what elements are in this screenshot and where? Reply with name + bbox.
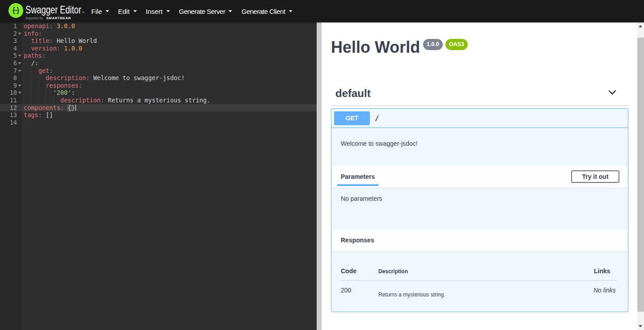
get-operation-block: GET / Welcome to swagger-jsdoc! Paramete… (331, 108, 628, 312)
chevron-down-icon[interactable] (608, 90, 616, 95)
indent-guide (46, 97, 46, 104)
token-colon: : (42, 52, 46, 59)
api-title-text: Hello World (331, 38, 420, 56)
token-colon: : (79, 82, 82, 89)
code-line-12: components: {} (0, 104, 317, 112)
token-key: openapi (24, 22, 49, 30)
responses-table-header-links: Links (594, 267, 610, 275)
caret-down-icon (133, 10, 137, 12)
code-line-7: get: (0, 67, 317, 75)
token-colon: : (38, 30, 42, 37)
code-line-6: /: (0, 59, 317, 67)
parameters-tab[interactable]: Parameters (341, 173, 375, 180)
code-line-10: '200': (0, 89, 317, 97)
pane-splitter[interactable] (317, 22, 322, 330)
token-key: responses (46, 82, 79, 89)
code-line-9: responses: (0, 82, 317, 89)
token-plain (24, 74, 46, 81)
topbar: Swagger Editor™ Supported by SMARTBEAR F… (0, 0, 644, 22)
response-code: 200 (341, 287, 351, 294)
menu-edit[interactable]: Edit (113, 0, 142, 22)
indent-guide (46, 89, 46, 97)
vertical-scrollbar[interactable] (637, 22, 644, 330)
token-plain (42, 111, 46, 118)
token-plain: / (31, 59, 34, 67)
token-plain (24, 82, 46, 89)
menu-label: File (91, 8, 102, 15)
parameters-section-header: Parameters Try it out (331, 165, 628, 188)
menu-label: Insert (146, 8, 163, 15)
menu-label: Edit (118, 8, 130, 15)
token-plain (53, 22, 56, 30)
responses-table-header-code: Code (341, 267, 356, 275)
token-plain (24, 45, 31, 52)
token-plain (24, 59, 31, 67)
responses-section-header: Responses (331, 229, 628, 251)
token-plain (24, 97, 60, 104)
token-brkt-match: { (68, 104, 71, 111)
token-brkt: } (71, 104, 75, 111)
active-tab-underline (337, 184, 378, 186)
token-colon: : (49, 67, 53, 74)
token-plain (89, 74, 93, 81)
scrollbar-thumb[interactable] (637, 38, 644, 312)
token-colon: : (60, 104, 64, 111)
scrollbar-down-arrow-icon[interactable] (639, 325, 642, 327)
responses-title: Responses (341, 237, 374, 244)
response-links: No links (593, 287, 616, 294)
code-line-2: info: (0, 30, 317, 38)
indent-guide (31, 74, 31, 82)
yaml-editor[interactable]: 1234567891011121314 openapi: 3.0.0info: … (0, 22, 317, 330)
token-str: Welcome to swagger-jsdoc! (93, 74, 185, 81)
responses-table-header-description: Description (378, 268, 408, 275)
menu-bar: FileEditInsertGenerate ServerGenerate Cl… (0, 0, 644, 22)
code-line-1: openapi: 3.0.0 (0, 22, 317, 30)
token-key: description (46, 74, 86, 81)
token-key: version (31, 45, 56, 52)
code-line-11: description: Returns a mysterious string… (0, 97, 317, 104)
menu-label: Generate Server (179, 8, 225, 15)
menu-generate-server[interactable]: Generate Server (174, 0, 237, 22)
indent-guide (31, 82, 31, 89)
operation-summary[interactable]: GET / (331, 109, 628, 128)
text-cursor (75, 105, 76, 111)
scrollbar-up-arrow-icon[interactable] (639, 25, 642, 27)
version-badge: 1.0.0 (423, 39, 443, 50)
api-title: Hello World (331, 38, 420, 56)
menu-file[interactable]: File (86, 0, 114, 22)
token-colon: : (101, 97, 104, 104)
editor-code-area[interactable]: openapi: 3.0.0info: title: Hello World v… (0, 22, 317, 126)
menu-generate-client[interactable]: Generate Client (237, 0, 297, 22)
operation-path: / (375, 109, 379, 128)
token-str: Hello World (57, 37, 97, 44)
responses-table-divider (341, 280, 617, 281)
http-method-badge: GET (334, 111, 370, 125)
token-plain (53, 37, 56, 44)
operation-description: Welcome to swagger-jsdoc! (341, 140, 418, 147)
indent-guide (38, 97, 39, 104)
token-colon: : (38, 111, 42, 118)
token-str: Returns a mysterious string. (108, 97, 210, 104)
tag-section-default[interactable]: default (331, 85, 628, 106)
code-line-8: description: Welcome to swagger-jsdoc! (0, 74, 317, 82)
indent-guide (31, 97, 31, 104)
token-num: 1.0.0 (64, 45, 82, 52)
code-line-13: tags: [] (0, 111, 317, 119)
indent-guide (38, 74, 39, 82)
code-line-4: version: 1.0.0 (0, 45, 317, 52)
caret-down-icon (289, 10, 292, 12)
token-plain (64, 104, 68, 111)
token-key: paths (24, 52, 42, 59)
try-it-out-button[interactable]: Try it out (571, 170, 619, 183)
oas3-badge: OAS3 (445, 39, 468, 50)
code-line-3: title: Hello World (0, 37, 317, 45)
token-num: 3.0.0 (57, 22, 75, 30)
menu-insert[interactable]: Insert (141, 0, 175, 22)
tag-name: default (335, 87, 371, 100)
caret-down-icon (106, 10, 109, 12)
response-description: Returns a mysterious string. (378, 292, 445, 298)
caret-down-icon (166, 10, 170, 12)
indent-guide (38, 82, 39, 89)
token-key: components (24, 104, 60, 111)
token-key: title (31, 37, 49, 44)
